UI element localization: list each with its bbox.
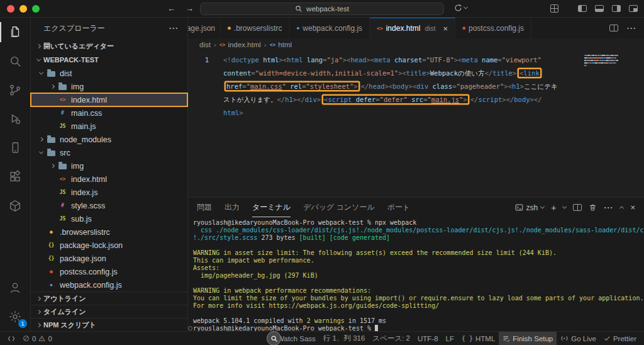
explorer-icon [8,25,22,39]
status-indentation[interactable]: スペース: 2 [369,332,414,345]
magnifier-icon [270,335,278,342]
panel-tab-デバッグ コンソール[interactable]: デバッグ コンソール [303,198,375,217]
close-window-button[interactable] [7,5,14,13]
command-center-search[interactable]: webpack-test [200,3,444,15]
search-icon [295,5,303,13]
status-eol[interactable]: LF [442,332,458,345]
tab-webpack.config.js[interactable]: ◈webpack.config.js [290,18,370,38]
minimize-window-button[interactable] [19,5,27,13]
file-label: img [71,162,84,171]
sidebar-section-アウトライン[interactable]: アウトライン [31,291,187,305]
terminal-line [193,280,644,287]
kill-terminal-icon[interactable] [589,203,597,212]
toggle-primary-sidebar-icon[interactable] [578,5,587,12]
breadcrumb-item-dist[interactable]: dist [199,41,211,48]
activity-extensions[interactable] [0,162,30,191]
status-remote[interactable] [4,332,19,345]
maximize-panel-icon[interactable] [619,206,624,210]
close-panel-icon[interactable]: × [630,203,635,212]
activity-accounts[interactable] [0,273,30,302]
customize-layout-icon[interactable] [629,5,638,12]
tab-index.html[interactable]: <>index.htmldist× [370,18,455,38]
tree-item-node_modules[interactable]: node_modules [31,133,187,146]
activity-explorer[interactable] [0,18,30,47]
sidebar-section-NPM スクリプト[interactable]: NPM スクリプト [31,318,187,331]
panel-tab-ポート[interactable]: ポート [387,198,411,217]
chevron-down-icon [36,57,40,61]
terminal-line: WARNING in webpack performance recommend… [193,287,644,295]
panel-more-actions-icon[interactable]: ··· [604,203,613,212]
bottom-panel: 問題出力ターミナルデバッグ コンソールポート zsh + ··· [188,197,644,331]
tree-item-img[interactable]: img [31,159,187,172]
activity-run-debug[interactable] [0,105,30,133]
tree-item-package.json[interactable]: {}package.json [31,252,187,265]
activity-source-control[interactable] [0,76,30,105]
activity-search[interactable] [0,47,30,76]
status-problems[interactable]: 0 0 [19,332,56,345]
tree-item-style.scss[interactable]: #style.scss [31,199,187,212]
split-editor-icon[interactable] [609,25,618,31]
sync-indicator[interactable] [454,4,467,12]
workspace-section[interactable]: WEBPACK-TEST [31,53,187,67]
file-label: webpack.config.js [60,281,122,290]
status-go-live[interactable]: Go Live [557,332,600,345]
tree-item-.browserslistrc[interactable]: ●.browserslistrc [31,225,187,239]
browserslist-file-icon: ● [46,229,57,235]
tree-item-src[interactable]: src [31,146,187,159]
editor-area[interactable]: 1 <!doctype html><html lang="ja"><head><… [188,51,644,197]
toggle-panel-icon[interactable] [595,5,604,12]
tree-item-index.js[interactable]: JSindex.js [31,186,187,199]
breadcrumb-item-html[interactable]: <>html [270,41,292,48]
breadcrumb-label: dist [199,41,211,48]
zoom-window-button[interactable] [32,5,40,13]
sidebar-section-タイムライン[interactable]: タイムライン [31,305,187,318]
status-finish-setup[interactable]: Finish Setup [499,332,557,345]
status-label: HTML [475,335,495,342]
status-language-mode[interactable]: { }HTML [458,332,499,345]
terminal-line: You can limit the size of your bundles b… [193,295,644,302]
activity-bar: 1 [0,18,31,331]
activity-remote-explorer[interactable] [0,133,30,162]
tree-item-img[interactable]: img [31,80,187,93]
tree-item-index.html[interactable]: <>index.html [31,93,187,106]
tree-item-main.js[interactable]: JSmain.js [31,120,187,133]
status-prettier[interactable]: Prettier [600,332,640,345]
status-encoding[interactable]: UTF-8 [414,332,442,345]
search-icon [8,54,22,68]
open-editors-section[interactable]: 開いているエディター [31,39,187,53]
panel-tab-ターミナル[interactable]: ターミナル [252,198,291,217]
file-label: postcss.config.js [60,268,118,276]
tree-item-index.html[interactable]: <>index.html [31,172,187,186]
navigate-forward-icon[interactable]: → [186,4,194,13]
terminal-output[interactable]: ryouslash@ikedaryounoMacBook-Pro webpack… [188,217,644,331]
minimap[interactable] [582,54,636,69]
tree-item-main.css[interactable]: #main.css [31,106,187,120]
status-cursor-position[interactable]: 行 1、列 316 [319,332,369,345]
activity-settings[interactable]: 1 [0,302,30,331]
panel-tab-問題[interactable]: 問題 [197,198,212,217]
tab-.browserslistrc[interactable]: ●.browserslistrc [221,18,290,38]
terminal-profile-select[interactable]: zsh [515,203,545,212]
panel-tab-出力[interactable]: 出力 [225,198,240,217]
new-terminal-dropdown-icon[interactable] [562,205,567,209]
toggle-secondary-sidebar-icon[interactable] [612,5,621,12]
sidebar-more-actions-icon[interactable]: ··· [169,24,179,33]
tree-item-webpack.config.js[interactable]: ◈webpack.config.js [31,278,187,291]
editor-more-actions-icon[interactable]: ··· [627,24,636,33]
tab-age.json[interactable]: age.json [188,18,221,38]
grid-layout-icon[interactable] [550,4,558,13]
tree-item-package-lock.json[interactable]: {}package-lock.json [31,239,187,252]
new-terminal-icon[interactable]: + [551,203,556,213]
navigate-back-icon[interactable]: ← [167,4,175,13]
status-label: Prettier [613,335,636,342]
tab-postcss.config.js[interactable]: ●postcss.config.js [455,18,531,38]
split-terminal-icon[interactable] [573,204,582,211]
tree-item-dist[interactable]: dist [31,67,187,80]
activity-docker[interactable] [0,191,30,220]
tree-item-postcss.config.js[interactable]: ●postcss.config.js [31,265,187,278]
code-content[interactable]: <!doctype html><html lang="ja"><head><me… [223,51,644,197]
command-decoration-icon[interactable] [188,326,192,331]
breadcrumb-item-index.html[interactable]: <>index.html [219,41,261,48]
tree-item-sub.js[interactable]: JSsub.js [31,212,187,225]
close-tab-icon[interactable]: × [443,24,448,33]
